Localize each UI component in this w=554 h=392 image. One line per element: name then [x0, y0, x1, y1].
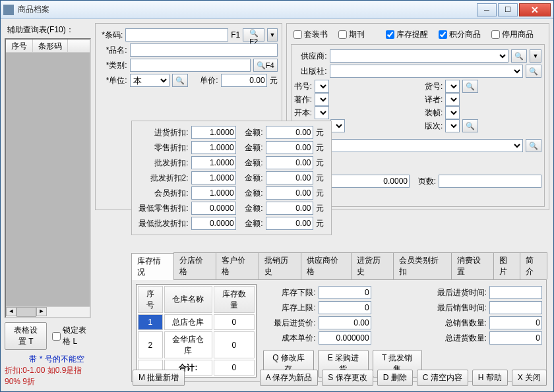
- unit-select[interactable]: 本: [130, 74, 169, 87]
- translator-select[interactable]: [445, 93, 460, 106]
- lbl-category: *类别:: [100, 60, 127, 71]
- tab-supplier-price[interactable]: 供应商价格: [301, 252, 352, 279]
- scroll-right-icon[interactable]: ►: [36, 307, 47, 316]
- pages-input[interactable]: [439, 175, 541, 188]
- left-title: 辅助查询表(F10)：: [5, 23, 91, 37]
- stock-lower-input[interactable]: [319, 286, 371, 299]
- member-amt-input[interactable]: [266, 186, 313, 200]
- total-in-input[interactable]: [489, 331, 542, 345]
- barcode-input[interactable]: [125, 28, 228, 42]
- minwholesale-disc-input[interactable]: [191, 217, 236, 230]
- title-text: 商品档案: [18, 4, 477, 15]
- last-in-time-input[interactable]: [489, 286, 542, 299]
- last-purchase-input[interactable]: [319, 316, 371, 329]
- bookno-select[interactable]: [315, 80, 329, 93]
- price-input[interactable]: [221, 74, 267, 87]
- grid-settings-button[interactable]: 表格设置 T: [5, 322, 47, 350]
- scroll-left-icon[interactable]: ◄: [6, 307, 16, 316]
- lbl-price: 单价:: [191, 75, 218, 86]
- maximize-button[interactable]: ☐: [498, 3, 518, 16]
- purchase-amt-input[interactable]: [266, 126, 313, 139]
- otherattr-select[interactable]: [330, 139, 523, 152]
- aux-grid[interactable]: 序号 条形码 ◄ ►: [5, 38, 91, 318]
- save-button[interactable]: S 保存更改: [322, 370, 373, 386]
- unit-search-button[interactable]: 🔍: [172, 74, 188, 87]
- minimize-button[interactable]: ─: [477, 3, 497, 16]
- category-input[interactable]: [130, 59, 251, 72]
- tab-bar: 库存情况 分店价格 客户价格 批销历史 供应商价格 进货历史 会员类别折扣 消费…: [131, 252, 547, 280]
- edition-select[interactable]: [445, 119, 460, 132]
- tab-customer[interactable]: 客户价格: [216, 252, 259, 279]
- f4-button[interactable]: 🔍F4: [253, 59, 278, 72]
- chk-set[interactable]: 套装书: [293, 29, 328, 40]
- retail-amt-input[interactable]: [266, 141, 313, 154]
- publisher-select[interactable]: [330, 65, 523, 78]
- format-select[interactable]: [315, 106, 329, 119]
- itemno-select[interactable]: [445, 80, 460, 93]
- wholesale-amt-input[interactable]: [266, 156, 313, 169]
- tab-intro[interactable]: 简介: [520, 252, 547, 279]
- chk-disabled[interactable]: 停用商品: [491, 29, 534, 40]
- lbl-name: *品名:: [100, 45, 127, 56]
- f2-button[interactable]: 🔍F2: [243, 28, 264, 42]
- tab-member-disc[interactable]: 会员类别折扣: [393, 252, 452, 279]
- stock-table[interactable]: 序号仓库名称库存数量 1总店仓库0 2金华店仓库0 合计:0: [136, 284, 257, 378]
- lbl-unit: *单位:: [100, 75, 127, 86]
- edition-search-button[interactable]: 🔍: [462, 119, 478, 132]
- aux-grid-body[interactable]: [6, 53, 90, 306]
- delete-button[interactable]: D 删除: [377, 370, 413, 386]
- save-new-button[interactable]: A 保存为新品: [260, 370, 319, 386]
- clear-button[interactable]: C 清空内容: [417, 370, 468, 386]
- discount-panel: 进货折扣:金额:元 零售折扣:金额:元 批发折扣:金额:元 批发折扣2:金额:元…: [131, 121, 332, 235]
- supplier-dropdown[interactable]: ▼: [530, 49, 541, 63]
- batch-add-button[interactable]: M 批量新增: [133, 370, 185, 386]
- tab-stock[interactable]: 库存情况: [131, 253, 174, 280]
- tab-branch[interactable]: 分店价格: [173, 252, 216, 279]
- supplier-search-button[interactable]: 🔍: [511, 49, 527, 63]
- minwholesale-amt-input[interactable]: [266, 217, 313, 230]
- author-select[interactable]: [315, 93, 329, 106]
- left-pane: 辅助查询表(F10)： 序号 条形码 ◄ ► 表格设置 T 锁定表格 L 带 *…: [5, 23, 91, 387]
- app-window: 商品档案 ─ ☐ ✕ 辅助查询表(F10)： 序号 条形码 ◄ ► 表格设置 T…: [0, 0, 554, 392]
- minretail-amt-input[interactable]: [266, 202, 313, 215]
- member-disc-input[interactable]: [191, 186, 236, 200]
- wholesale2-amt-input[interactable]: [266, 171, 313, 184]
- minretail-disc-input[interactable]: [191, 202, 236, 215]
- retail-disc-input[interactable]: [191, 141, 236, 154]
- close-button[interactable]: ✕: [519, 3, 551, 16]
- itemno-search-button[interactable]: 🔍: [462, 80, 478, 93]
- chk-points[interactable]: 积分商品: [439, 29, 481, 40]
- tab-consume[interactable]: 消费设置: [451, 252, 494, 279]
- publisher-search-button[interactable]: 🔍: [526, 65, 541, 78]
- wholesale2-disc-input[interactable]: [191, 171, 236, 184]
- titlebar: 商品档案 ─ ☐ ✕: [1, 1, 553, 19]
- total-sold-input[interactable]: [489, 316, 542, 329]
- barcode-dropdown[interactable]: ▼: [267, 28, 278, 42]
- stock-upper-input[interactable]: [319, 301, 371, 314]
- purchase-disc-input[interactable]: [191, 126, 236, 139]
- tip-required: 带 * 号的不能空: [5, 354, 91, 365]
- scroll-thumb[interactable]: [16, 307, 36, 317]
- tab-wholesale-hist[interactable]: 批销历史: [259, 252, 301, 279]
- close-button2[interactable]: X 关闭: [512, 370, 547, 386]
- tip-discount: 折扣:0-1.00 如0.9是指90% 9折: [5, 365, 91, 387]
- lock-grid-checkbox[interactable]: 锁定表格 L: [52, 325, 90, 347]
- help-button[interactable]: H 帮助: [472, 370, 508, 386]
- binding-select[interactable]: [445, 106, 460, 119]
- app-icon: [3, 5, 14, 15]
- reader-select[interactable]: [330, 119, 345, 132]
- otherattr-search-button[interactable]: 🔍: [526, 139, 541, 152]
- chk-periodical[interactable]: 期刊: [338, 29, 365, 40]
- tab-image[interactable]: 图片: [493, 252, 521, 279]
- table-row: 2金华店仓库0: [138, 331, 255, 358]
- lbl-yuan: 元: [270, 75, 278, 86]
- wholesale-disc-input[interactable]: [191, 156, 236, 169]
- last-out-time-input[interactable]: [489, 301, 542, 314]
- name-input[interactable]: [130, 43, 278, 57]
- table-row: 1总店仓库0: [138, 314, 255, 330]
- chk-stock-alert[interactable]: 库存提醒: [386, 29, 428, 40]
- tab-purchase-hist[interactable]: 进货历史: [351, 252, 394, 279]
- supplier-select[interactable]: [330, 49, 508, 63]
- aux-col-barcode: 条形码: [33, 40, 68, 52]
- cost-input[interactable]: [319, 331, 371, 345]
